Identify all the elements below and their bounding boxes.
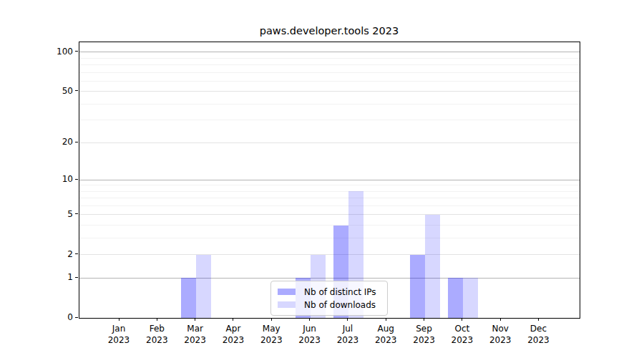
x-tick-jan: [119, 318, 119, 321]
x-tick-label-apr: Apr2023: [212, 324, 255, 346]
x-label-year: 2023: [212, 335, 255, 347]
chart-canvas: paws.developer.tools 2023 0125102050100J…: [0, 0, 644, 358]
x-label-year: 2023: [250, 335, 293, 347]
x-tick-apr: [233, 318, 233, 321]
bar-distinct-ips-mar: [181, 278, 196, 318]
gridline-70: [79, 72, 580, 73]
x-label-month: Feb: [135, 324, 178, 335]
x-label-month: May: [250, 324, 293, 335]
x-tick-label-may: May2023: [250, 324, 293, 346]
y-tick-label-2: 2: [27, 249, 73, 259]
gridline-40: [79, 104, 580, 105]
x-label-month: Jan: [97, 324, 140, 335]
x-tick-label-jan: Jan2023: [97, 324, 140, 346]
x-tick-mar: [195, 318, 195, 321]
x-tick-label-mar: Mar2023: [174, 324, 217, 346]
gridline-6: [79, 205, 580, 206]
y-tick-label-20: 20: [27, 137, 73, 147]
x-label-month: Dec: [517, 324, 560, 335]
x-tick-label-jul: Jul2023: [326, 324, 369, 346]
x-label-year: 2023: [364, 335, 407, 347]
y-tick-10: [75, 179, 78, 180]
gridline-7: [79, 198, 580, 198]
gridline-3: [79, 238, 580, 238]
x-label-month: Mar: [174, 324, 217, 335]
x-tick-oct: [462, 318, 462, 321]
gridline-60: [79, 81, 580, 82]
x-label-year: 2023: [135, 335, 178, 347]
bar-downloads-mar: [196, 255, 211, 318]
x-tick-nov: [500, 318, 501, 321]
x-label-year: 2023: [403, 335, 446, 347]
y-tick-0: [75, 317, 78, 318]
gridline-2: [79, 254, 580, 255]
x-label-month: Jul: [326, 324, 369, 335]
x-tick-label-sep: Sep2023: [403, 324, 446, 346]
bar-downloads-oct: [463, 278, 478, 318]
bar-downloads-sep: [425, 215, 440, 318]
x-tick-aug: [386, 318, 386, 321]
y-tick-label-5: 5: [27, 209, 73, 219]
x-tick-sep: [424, 318, 424, 321]
x-tick-label-feb: Feb2023: [135, 324, 178, 346]
bar-distinct-ips-sep: [410, 255, 425, 318]
x-label-month: Sep: [403, 324, 446, 335]
legend-row-1: Nb of downloads: [278, 299, 381, 311]
x-tick-label-jun: Jun2023: [288, 324, 331, 346]
y-tick-20: [75, 142, 78, 142]
gridline-4: [79, 225, 580, 226]
y-tick-5: [75, 213, 78, 214]
x-label-year: 2023: [326, 335, 369, 347]
gridline-9: [79, 185, 580, 185]
gridline-20: [79, 142, 580, 143]
y-tick-label-0: 0: [27, 312, 73, 322]
x-label-year: 2023: [97, 335, 140, 347]
legend: Nb of distinct IPsNb of downloads: [270, 281, 388, 316]
x-label-year: 2023: [517, 335, 560, 347]
gridline-30: [79, 120, 580, 120]
x-label-year: 2023: [288, 335, 331, 347]
x-tick-jul: [347, 318, 348, 321]
x-tick-label-oct: Oct2023: [441, 324, 484, 346]
bar-distinct-ips-oct: [448, 278, 463, 318]
x-tick-jun: [309, 318, 310, 321]
x-label-year: 2023: [479, 335, 522, 347]
y-tick-2: [75, 253, 78, 254]
gridline-80: [79, 64, 580, 65]
x-label-month: Jun: [288, 324, 331, 335]
y-tick-label-50: 50: [27, 86, 73, 96]
gridline-1: [79, 278, 580, 279]
x-tick-label-aug: Aug2023: [364, 324, 407, 346]
x-label-year: 2023: [174, 335, 217, 347]
gridline-100: [79, 52, 580, 52]
gridline-8: [79, 191, 580, 192]
legend-label-1: Nb of downloads: [304, 300, 376, 310]
legend-row-0: Nb of distinct IPs: [278, 286, 381, 298]
x-label-month: Apr: [212, 324, 255, 335]
x-label-month: Nov: [479, 324, 522, 335]
x-tick-may: [271, 318, 272, 321]
gridline-5: [79, 214, 580, 215]
gridline-50: [79, 91, 580, 92]
legend-label-0: Nb of distinct IPs: [304, 287, 376, 297]
y-tick-label-1: 1: [27, 272, 73, 282]
legend-swatch-0: [278, 289, 296, 295]
plot-area: [79, 42, 580, 319]
x-tick-label-nov: Nov2023: [479, 324, 522, 346]
y-tick-50: [75, 90, 78, 91]
y-tick-1: [75, 277, 78, 278]
x-tick-dec: [538, 318, 539, 321]
x-tick-label-dec: Dec2023: [517, 324, 560, 346]
x-label-month: Oct: [441, 324, 484, 335]
x-label-year: 2023: [441, 335, 484, 347]
x-label-month: Aug: [364, 324, 407, 335]
y-tick-label-100: 100: [27, 47, 73, 57]
y-tick-label-10: 10: [27, 174, 73, 184]
gridline-90: [79, 58, 580, 59]
chart-title: paws.developer.tools 2023: [79, 25, 580, 37]
gridline-10: [79, 180, 580, 180]
x-tick-feb: [157, 318, 157, 321]
legend-swatch-1: [278, 301, 296, 308]
y-tick-100: [75, 51, 78, 52]
